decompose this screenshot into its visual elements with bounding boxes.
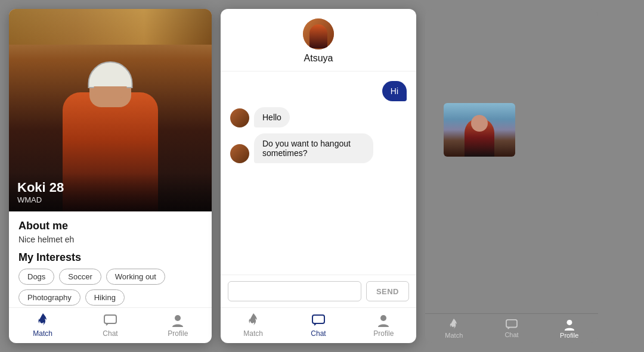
interest-dogs: Dogs (18, 269, 54, 285)
bottom-nav-1: Match Chat Profile (9, 307, 212, 343)
interest-photography: Photography (18, 289, 80, 306)
about-me-text: Nice helmet eh (18, 235, 202, 244)
chat-input[interactable] (228, 281, 361, 301)
chat-icon-2 (311, 313, 326, 328)
nav-chat-label-3: Chat (504, 331, 518, 338)
profile-overlay: Koki 28 WMAD (9, 173, 212, 211)
about-me-title: About me (18, 220, 202, 232)
edit-photo-preview (444, 103, 515, 157)
message-hello: Hello (230, 107, 407, 127)
chat-header: Atsuya (221, 9, 416, 71)
nav-profile-3[interactable]: Profile (540, 314, 598, 343)
nav-match-label-1: Match (33, 329, 52, 338)
profile-school: WMAD (17, 195, 203, 204)
interest-hiking: Hiking (85, 289, 125, 306)
nav-chat-label-1: Chat (103, 329, 117, 338)
msg-bubble-hello: Hello (254, 107, 290, 127)
match-screen: Koki 28 WMAD About me Nice helmet eh My … (9, 9, 212, 343)
profile-name: Koki 28 (17, 180, 203, 195)
person-icon-1 (171, 313, 185, 328)
interest-soccer: Soccer (59, 269, 101, 285)
chat-icon-1 (103, 313, 117, 328)
nav-chat-1[interactable]: Chat (76, 308, 144, 343)
nav-match-label-2: Match (243, 329, 263, 338)
msg-avatar-sm (230, 108, 249, 127)
svg-rect-4 (506, 319, 517, 327)
edit-profile-screen: Match Chat Profile Edit × UPLOAD IMAGE (425, 9, 598, 343)
bottom-nav-2: Match Chat Profile (221, 307, 416, 343)
nav-profile-label-3: Profile (560, 332, 578, 339)
profile-body: About me Nice helmet eh My Interests Dog… (9, 211, 212, 307)
nav-chat-label-2: Chat (311, 329, 326, 338)
nav-profile-1[interactable]: Profile (144, 308, 212, 343)
person-icon-2 (376, 313, 391, 328)
svg-point-3 (380, 315, 386, 321)
flame-icon (36, 313, 50, 328)
message-hi: Hi (230, 81, 407, 101)
profile-photo: Koki 28 WMAD (9, 9, 212, 211)
chat-avatar (303, 18, 334, 49)
chat-screen: Atsuya Hi Hello Do you want to hangout s… (221, 9, 416, 343)
nav-chat-2[interactable]: Chat (286, 308, 351, 343)
interests-title: My Interests (18, 251, 202, 264)
nav-match-label-3: Match (445, 332, 463, 339)
interest-working-out: Working out (106, 269, 165, 285)
interests-row: Dogs Soccer Working out Photography Hiki… (18, 269, 202, 306)
flame-icon-2 (246, 313, 261, 328)
svg-point-5 (566, 319, 572, 325)
nav-match-3[interactable]: Match (425, 314, 483, 343)
msg-avatar-sm-2 (230, 144, 249, 163)
chat-messages: Hi Hello Do you want to hangout sometime… (221, 71, 416, 275)
svg-rect-2 (312, 315, 324, 323)
message-hangout: Do you want to hangout sometimes? (230, 133, 407, 163)
svg-point-1 (175, 315, 181, 321)
chat-name: Atsuya (304, 53, 333, 64)
nav-profile-2[interactable]: Profile (351, 308, 416, 343)
nav-chat-3[interactable]: Chat (483, 314, 541, 343)
svg-rect-0 (104, 315, 116, 323)
msg-bubble-hangout: Do you want to hangout sometimes? (254, 133, 373, 163)
chat-input-row: SEND (221, 275, 416, 307)
nav-match-1[interactable]: Match (9, 308, 76, 343)
nav-match-2[interactable]: Match (221, 308, 286, 343)
profile-image-container: Koki 28 WMAD (9, 9, 212, 211)
msg-bubble-hi: Hi (382, 81, 407, 101)
nav-profile-label-2: Profile (373, 329, 394, 338)
send-button[interactable]: SEND (366, 281, 409, 301)
nav-profile-label-1: Profile (168, 329, 188, 338)
